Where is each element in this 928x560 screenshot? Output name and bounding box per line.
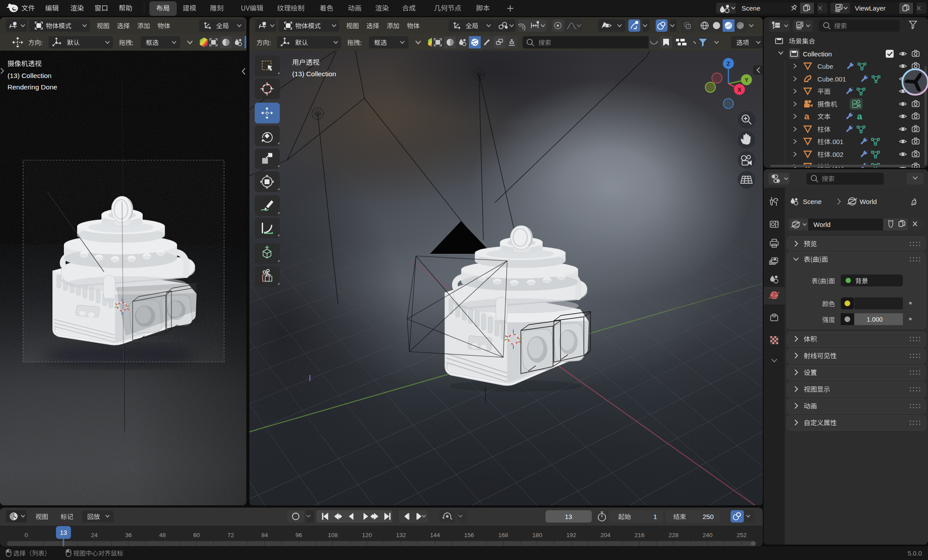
svg-text:180: 180 (532, 532, 542, 538)
svg-text:192: 192 (566, 532, 576, 538)
svg-text:Y: Y (745, 77, 749, 83)
svg-text:216: 216 (635, 532, 645, 538)
svg-text:60: 60 (193, 532, 200, 538)
svg-text:228: 228 (668, 532, 679, 538)
svg-text:168: 168 (498, 532, 509, 538)
svg-text:(13) Collection: (13) Collection (7, 72, 52, 79)
svg-text:36: 36 (125, 532, 132, 538)
svg-text:96: 96 (295, 532, 302, 538)
svg-text:132: 132 (396, 532, 406, 538)
svg-text:.002: .002 (831, 151, 843, 158)
svg-text:Z: Z (727, 60, 730, 67)
svg-text:Scene: Scene (742, 4, 761, 12)
svg-text:240: 240 (703, 532, 713, 538)
svg-text:X: X (738, 86, 742, 93)
svg-text:1.000: 1.000 (867, 316, 883, 323)
svg-text:World: World (813, 221, 831, 228)
svg-text:Scene: Scene (803, 198, 822, 205)
svg-text:0: 0 (25, 532, 28, 538)
svg-text:252: 252 (737, 532, 747, 538)
svg-text:Rendering Done: Rendering Done (7, 83, 57, 91)
svg-text:13: 13 (60, 529, 67, 536)
svg-text:108: 108 (328, 532, 338, 538)
svg-text:World: World (860, 198, 877, 205)
svg-text:1: 1 (653, 513, 657, 520)
svg-text:a: a (857, 111, 862, 121)
svg-text:Collection: Collection (803, 50, 832, 58)
svg-text:84: 84 (261, 532, 268, 538)
svg-text:(13) Collection: (13) Collection (292, 70, 336, 78)
svg-text:120: 120 (362, 532, 372, 538)
svg-text:156: 156 (464, 532, 474, 538)
svg-text:250: 250 (702, 513, 713, 520)
svg-text:.001: .001 (831, 138, 843, 145)
svg-text:5.0.0: 5.0.0 (908, 550, 922, 557)
svg-text:72: 72 (227, 532, 234, 538)
svg-text:a: a (804, 111, 809, 121)
svg-text:Cube: Cube (817, 63, 833, 70)
svg-text:144: 144 (430, 532, 440, 538)
svg-text:204: 204 (601, 532, 611, 538)
svg-text:Cube.001: Cube.001 (817, 75, 846, 83)
svg-text:ViewLayer: ViewLayer (855, 4, 886, 12)
svg-text:24: 24 (91, 532, 98, 538)
svg-text:13: 13 (565, 513, 572, 520)
svg-text:48: 48 (159, 532, 166, 538)
